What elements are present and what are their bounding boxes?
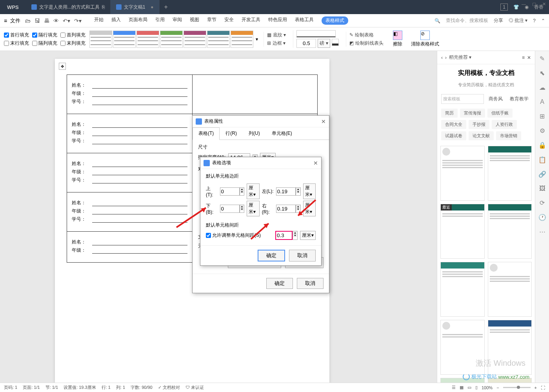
clear-style-button[interactable]: ⊘ 清除表格样式 bbox=[409, 31, 442, 47]
filter-business[interactable]: 商务风 bbox=[486, 94, 505, 104]
spacing-input[interactable] bbox=[275, 231, 293, 240]
tab-dev-tools[interactable]: 开发工具 bbox=[242, 16, 260, 25]
tab-special-app[interactable]: 特色应用 bbox=[268, 16, 287, 25]
hamburger-icon[interactable]: ≡ bbox=[4, 18, 7, 24]
border-width-unit[interactable]: 磅 ▾ bbox=[318, 39, 330, 48]
right-input[interactable] bbox=[276, 205, 296, 213]
print-icon[interactable]: 🖶 bbox=[44, 18, 49, 24]
top-input[interactable] bbox=[220, 187, 240, 196]
status-page-no[interactable]: 页码: 1 bbox=[4, 385, 17, 390]
cancel-button[interactable]: 取消 bbox=[289, 250, 316, 261]
status-auth[interactable]: 🛡 未认证 bbox=[185, 385, 204, 390]
alt-col-fill-checkbox[interactable]: 隔列填充 bbox=[32, 40, 57, 47]
settings-icon[interactable]: ⚙ bbox=[540, 127, 545, 134]
template-search[interactable]: 搜索模板 bbox=[441, 94, 484, 104]
share-button[interactable]: 分享 bbox=[494, 17, 503, 24]
shading-button[interactable]: ▦底纹 ▾ bbox=[267, 32, 286, 38]
filter-education[interactable]: 教育教学 bbox=[507, 94, 531, 104]
view-mode-icon[interactable]: ▦ bbox=[460, 385, 464, 390]
status-spellcheck[interactable]: ✓ 文档校对 bbox=[158, 385, 180, 390]
style-thumb[interactable] bbox=[136, 31, 159, 48]
template-thumb[interactable] bbox=[488, 204, 532, 259]
alt-row-fill-checkbox[interactable]: 隔行填充 bbox=[32, 32, 57, 38]
redo-icon[interactable]: ↷▾ bbox=[74, 18, 82, 24]
document-tab-1[interactable]: 文字是人类用...的方式和工具 ⎘ bbox=[26, 0, 111, 14]
panel-menu-icon[interactable]: ≡ bbox=[522, 55, 525, 60]
table-cell[interactable] bbox=[192, 75, 318, 114]
allow-spacing-checkbox[interactable]: 允许调整单元格间距(S) bbox=[206, 232, 261, 239]
spinner[interactable]: ▲▼ bbox=[296, 205, 301, 213]
dialog-close-button[interactable]: ✕ bbox=[313, 160, 318, 166]
unit[interactable]: 厘米▾ bbox=[300, 231, 316, 240]
style-thumb[interactable] bbox=[113, 31, 136, 48]
zoom-label[interactable]: 100% bbox=[482, 385, 493, 390]
status-words[interactable]: 字数: 90/90 bbox=[131, 385, 153, 390]
refresh-icon[interactable]: ⟳ bbox=[540, 199, 545, 207]
spinner[interactable]: ▲▼ bbox=[240, 187, 245, 196]
tag-item[interactable]: 合同大全 bbox=[441, 120, 466, 129]
unit[interactable]: 厘米▾ bbox=[303, 201, 316, 216]
edit-icon[interactable]: ✎ bbox=[540, 55, 545, 62]
table-cell[interactable]: 姓名： 年级： 学号： bbox=[67, 114, 193, 153]
lock-icon[interactable]: 🔒 bbox=[538, 142, 546, 149]
unit[interactable]: 厘米▾ bbox=[247, 183, 259, 199]
dialog-close-button[interactable]: ✕ bbox=[321, 118, 326, 125]
tab-insert[interactable]: 插入 bbox=[111, 16, 121, 25]
status-page[interactable]: 页面: 1/1 bbox=[23, 385, 40, 390]
style-thumb[interactable] bbox=[160, 31, 183, 48]
template-thumb[interactable]: 最近 bbox=[440, 204, 485, 259]
tag-item[interactable]: 市场营销 bbox=[496, 131, 521, 140]
ok-button[interactable]: 确定 bbox=[258, 250, 285, 261]
open-icon[interactable]: 🗁 bbox=[25, 18, 31, 24]
tab-row[interactable]: 行(R) bbox=[220, 127, 243, 140]
status-row[interactable]: 行: 1 bbox=[102, 385, 111, 390]
table-cell[interactable]: 姓名： 年级： 学号： bbox=[67, 75, 193, 114]
tag-item[interactable]: 宣传海报 bbox=[460, 109, 485, 118]
template-thumb[interactable] bbox=[440, 146, 485, 201]
tab-reference[interactable]: 引用 bbox=[155, 16, 165, 25]
window-maximize[interactable]: ▢ bbox=[532, 2, 536, 7]
style-thumb[interactable] bbox=[231, 31, 253, 48]
panel-nav-next-icon[interactable]: › bbox=[445, 55, 447, 60]
tab-review[interactable]: 审阅 bbox=[173, 16, 182, 25]
tab-cell[interactable]: 单元格(E) bbox=[266, 127, 298, 140]
draw-diagonal-button[interactable]: ◩绘制斜线表头 bbox=[349, 40, 384, 47]
cloud-icon[interactable]: ☁ bbox=[539, 84, 545, 91]
template-thumb[interactable] bbox=[488, 146, 532, 201]
style-thumb[interactable] bbox=[89, 31, 112, 48]
template-thumb[interactable] bbox=[488, 262, 532, 317]
first-row-fill-checkbox[interactable]: 首行填充 bbox=[4, 32, 29, 38]
draw-table-button[interactable]: ✎绘制表格 bbox=[349, 32, 384, 38]
view-mode-icon[interactable]: ☰ bbox=[452, 385, 456, 390]
image-icon[interactable]: 🖼 bbox=[539, 185, 545, 192]
table-style-gallery[interactable]: ▾ bbox=[89, 31, 260, 48]
tab-section[interactable]: 章节 bbox=[207, 16, 216, 25]
window-minimize[interactable]: — bbox=[522, 2, 526, 7]
spinner[interactable]: ▲▼ bbox=[293, 231, 298, 240]
gallery-more-icon[interactable]: ▾ bbox=[254, 36, 260, 42]
status-col[interactable]: 列: 1 bbox=[116, 385, 125, 390]
view-mode-icon[interactable]: ▯ bbox=[475, 385, 478, 390]
tab-table-tools[interactable]: 表格工具 bbox=[295, 16, 314, 25]
border-button[interactable]: ⊞边框 ▾ bbox=[267, 40, 286, 47]
table-cell[interactable]: 姓名： 年级： bbox=[67, 232, 193, 263]
tag-item[interactable]: 试题试卷 bbox=[441, 131, 466, 140]
status-setting[interactable]: 设置值: 19.3厘米 bbox=[64, 385, 96, 390]
table-cell[interactable]: 姓名： 年级： 学号： bbox=[67, 153, 193, 192]
tab-page-layout[interactable]: 页面布局 bbox=[129, 16, 147, 25]
undo-icon[interactable]: ↶▾ bbox=[63, 18, 70, 24]
unit[interactable]: 厘米▾ bbox=[303, 183, 316, 199]
history-icon[interactable]: 🕐 bbox=[538, 214, 546, 221]
spinner[interactable]: ▲▼ bbox=[240, 205, 245, 213]
skin-icon[interactable]: 👕 bbox=[513, 4, 519, 10]
last-col-fill-checkbox[interactable]: 末列填充 bbox=[60, 40, 85, 47]
spinner[interactable]: ▲▼ bbox=[296, 187, 301, 196]
new-tab-button[interactable]: + bbox=[160, 4, 173, 11]
first-col-fill-checkbox[interactable]: 首列填充 bbox=[60, 32, 85, 38]
eraser-button[interactable]: ◧ 擦除 bbox=[391, 31, 405, 47]
panel-close-icon[interactable]: ✕ bbox=[527, 55, 531, 60]
tab-security[interactable]: 安全 bbox=[224, 16, 234, 25]
document-tab-2-active[interactable]: 文字文稿1 ● bbox=[111, 0, 160, 14]
tag-item[interactable]: 论文文献 bbox=[469, 131, 494, 140]
unit[interactable]: 厘米▾ bbox=[247, 201, 259, 216]
